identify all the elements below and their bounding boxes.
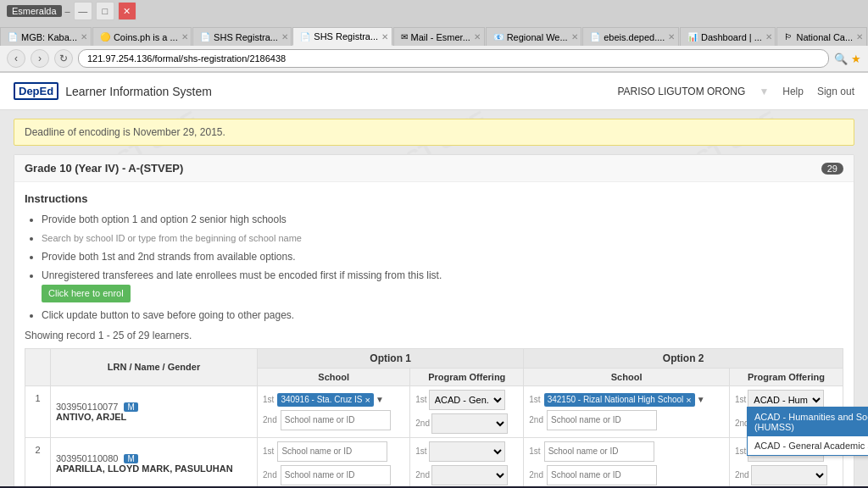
reload-button[interactable]: ↻: [54, 49, 73, 68]
opt2-school-2nd-row: 2nd: [529, 465, 724, 485]
alert-message: Deadline of encoding is November 29, 201…: [25, 126, 225, 138]
opt2-prog-2nd-select[interactable]: [751, 465, 827, 485]
bookmark-icon[interactable]: ★: [851, 53, 861, 65]
close-button[interactable]: ✕: [118, 2, 136, 20]
opt1-school-1st-row: 1st 340916 - Sta. Cruz IS × ▼: [263, 393, 404, 407]
opt1-school-2nd-row: 2nd: [263, 465, 404, 485]
tab-favicon: 📊: [687, 32, 698, 42]
tab-close-icon[interactable]: ✕: [765, 32, 772, 42]
tab-favicon: 📄: [300, 32, 310, 42]
tab-regional[interactable]: 📧 Regional We... ✕: [486, 27, 582, 46]
tab-favicon: 📄: [8, 32, 18, 42]
student-info-cell: 303950110077 M ANTIVO, ARJEL: [51, 385, 258, 437]
tab-ebeis[interactable]: 📄 ebeis.deped.... ✕: [582, 27, 679, 46]
opt1-school-2nd-input[interactable]: [281, 465, 391, 485]
school-tag-text: 340916 - Sta. Cruz IS: [281, 395, 362, 404]
col-school2-header: School: [524, 368, 730, 385]
card-title: Grade 10 (Year IV) - A-(STVEP): [25, 162, 183, 175]
tab-coins[interactable]: 🟡 Coins.ph is a ... ✕: [92, 27, 192, 46]
tab-shs2[interactable]: 📄 SHS Registra... ✕: [292, 27, 392, 46]
opt2-school-1st-input[interactable]: [544, 441, 654, 462]
col-school1-header: School: [258, 368, 410, 385]
dropdown-item-humss[interactable]: ACAD - Humanities and Social Sciences (H…: [748, 408, 868, 436]
col-lrn-header: LRN / Name / Gender: [51, 348, 258, 385]
url-input[interactable]: [78, 49, 829, 68]
tab-label: Regional We...: [507, 32, 568, 42]
profile-badge: Esmeralda: [7, 5, 62, 17]
nav-signout[interactable]: Sign out: [817, 86, 854, 97]
app-brand: DepEd Learner Information System: [14, 82, 212, 100]
tab-mgb[interactable]: 📄 MGB: Kaba... ✕: [0, 27, 92, 46]
row-number: 2: [25, 437, 51, 486]
maximize-button[interactable]: □: [96, 2, 114, 20]
opt1-school-1st-input[interactable]: [277, 441, 387, 462]
minimize-button[interactable]: —: [74, 2, 92, 20]
school-tag-remove-icon[interactable]: ×: [365, 395, 370, 405]
opt1-prog-2nd-select[interactable]: [431, 413, 508, 434]
school-tag: 340916 - Sta. Cruz IS ×: [277, 393, 374, 407]
student-info: 303950110080 M APARILLA, LLOYD MARK, PAS…: [56, 453, 252, 474]
ordinal-2nd: 2nd: [263, 415, 277, 424]
opt2-program-cell: 1st ACAD - Hum 2nd: [729, 385, 843, 437]
dropdown-arrow-icon[interactable]: ▼: [376, 395, 384, 404]
forward-button[interactable]: ›: [31, 49, 49, 68]
enrol-button[interactable]: Click here to enrol: [42, 285, 131, 302]
opt1-prog-1st-row: 1st ACAD - Gen...: [415, 390, 518, 410]
registration-table: LRN / Name / Gender Option 1 Option 2 Sc…: [25, 348, 843, 487]
content-wrapper: Deadline of encoding is November 29, 201…: [14, 119, 854, 486]
tab-label: MGB: Kaba...: [21, 32, 77, 42]
opt1-program-cell: 1st ACAD - Gen... 2nd: [410, 385, 524, 437]
tab-close-icon[interactable]: ✕: [281, 32, 288, 42]
tab-national[interactable]: 🏳 National Ca... ✕: [776, 27, 867, 46]
tab-shs1[interactable]: 📄 SHS Registra... ✕: [192, 27, 292, 46]
tab-close-icon[interactable]: ✕: [181, 32, 188, 42]
tab-close-icon[interactable]: ✕: [668, 32, 675, 42]
opt1-school-2nd-input[interactable]: [281, 410, 391, 430]
instruction-item-3: Provide both 1st and 2nd strands from av…: [42, 249, 843, 264]
student-name: ANTIVO, ARJEL: [56, 412, 126, 422]
dropdown-item-gas[interactable]: ACAD - General Academic Strand (GAS): [748, 436, 868, 455]
card-body: Instructions Provide both option 1 and o…: [14, 182, 854, 486]
instructions-section: Instructions Provide both option 1 and o…: [25, 192, 843, 323]
col-num-header: [25, 348, 51, 385]
table-row: 2 303950110080 M APARILLA, LLOYD MARK, P…: [25, 437, 843, 486]
col-program1-header: Program Offering: [410, 368, 524, 385]
opt1-prog-1st-select[interactable]: [429, 441, 505, 462]
student-info: 303950110077 M ANTIVO, ARJEL: [56, 402, 252, 422]
nav-help[interactable]: Help: [782, 86, 804, 97]
opt2-school-1st-row: 1st: [529, 441, 724, 462]
tab-close-icon[interactable]: ✕: [856, 32, 863, 42]
opt2-school-tag-container: 342150 - Rizal National High School × ▼: [544, 393, 705, 407]
opt1-prog-2nd-row: 2nd: [415, 465, 518, 485]
opt1-school-cell: 1st 340916 - Sta. Cruz IS × ▼: [258, 385, 410, 437]
ordinal-1st: 1st: [415, 395, 426, 404]
tab-label: SHS Registra...: [314, 31, 378, 42]
opt2-school-2nd-input[interactable]: [547, 465, 657, 485]
ordinal-1st: 1st: [529, 395, 540, 404]
ordinal-1st: 1st: [735, 395, 746, 404]
opt2-school-tag-remove-icon[interactable]: ×: [686, 395, 691, 405]
opt1-prog-1st-select[interactable]: ACAD - Gen...: [429, 390, 505, 410]
opt2-dropdown-arrow-icon[interactable]: ▼: [697, 395, 705, 404]
school-tag-container: 340916 - Sta. Cruz IS × ▼: [277, 393, 384, 407]
tab-mail[interactable]: ✉ Mail - Esmer... ✕: [393, 27, 485, 46]
ordinal-1st: 1st: [415, 446, 426, 456]
student-lrn: 303950110077: [56, 402, 118, 412]
opt1-school-cell: 1st 2nd: [258, 437, 410, 486]
instructions-list: Provide both option 1 and option 2 senio…: [25, 212, 843, 323]
student-name: APARILLA, LLOYD MARK, PASULUHAN: [56, 463, 233, 474]
back-button[interactable]: ‹: [7, 49, 25, 68]
ordinal-2nd: 2nd: [415, 470, 430, 480]
tab-close-icon[interactable]: ✕: [81, 32, 87, 42]
tab-close-icon[interactable]: ✕: [571, 32, 578, 42]
tab-favicon: 📄: [200, 32, 210, 42]
student-gender: M: [124, 402, 137, 412]
opt2-school-2nd-input[interactable]: [547, 410, 657, 430]
tab-close-icon[interactable]: ✕: [381, 32, 388, 42]
browser-icons: 🔍 ★: [834, 53, 861, 65]
opt1-prog-2nd-select[interactable]: [431, 465, 508, 485]
registration-card: Grade 10 (Year IV) - A-(STVEP) 29 Instru…: [14, 154, 854, 486]
tab-close-icon[interactable]: ✕: [474, 32, 481, 42]
tab-dashboard[interactable]: 📊 Dashboard | ... ✕: [680, 27, 776, 46]
nav-user[interactable]: PARISO LIGUTOM ORONG: [617, 86, 745, 97]
